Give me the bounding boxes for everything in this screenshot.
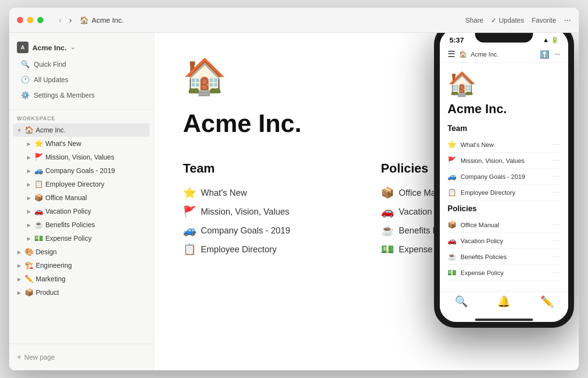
list-item-mission[interactable]: 🚩 Mission, Vision, Values <box>183 203 352 221</box>
phone-list-item-expense[interactable]: 💵 Expense Policy ··· <box>448 265 560 281</box>
clock-icon: 🕐 <box>21 75 30 84</box>
maximize-button[interactable] <box>37 17 43 23</box>
sidebar-item-mission[interactable]: ▶ 🚩 Mission, Vision, Values <box>23 150 150 164</box>
nav-buttons: ‹ › <box>57 15 74 26</box>
traffic-lights <box>17 17 43 23</box>
phone-list-item-vacation[interactable]: 🚗 Vacation Policy ··· <box>448 233 560 249</box>
updates-button[interactable]: ✓ Updates <box>491 16 524 24</box>
phone-nav-title: Acme Inc. <box>471 51 499 58</box>
phone-status-icons: ▲ 🔋 <box>543 36 559 44</box>
minimize-button[interactable] <box>27 17 33 23</box>
titlebar-center: 🏠 Acme Inc. <box>80 16 124 25</box>
chevron-right-icon: ▶ <box>26 168 32 174</box>
main-layout: A Acme Inc. ⌄ 🔍 Quick Find 🕐 All Updates… <box>9 33 579 370</box>
sidebar-top: A Acme Inc. ⌄ 🔍 Quick Find 🕐 All Updates… <box>9 33 154 110</box>
workspace-label: WORKSPACE <box>9 110 154 123</box>
sidebar-bottom: + New page <box>9 344 154 370</box>
more-options-button[interactable]: ··· <box>564 15 571 25</box>
sidebar-item-employee-directory[interactable]: ▶ 📋 Employee Directory <box>23 177 150 191</box>
more-icon[interactable]: ··· <box>554 50 560 58</box>
sidebar-item-quick-find[interactable]: 🔍 Quick Find <box>17 57 146 72</box>
workspace-name[interactable]: A Acme Inc. ⌄ <box>17 39 146 56</box>
phone-list-item-directory[interactable]: 📋 Employee Directory ··· <box>448 185 560 201</box>
sidebar: A Acme Inc. ⌄ 🔍 Quick Find 🕐 All Updates… <box>9 33 154 370</box>
sidebar-item-company-goals[interactable]: ▶ 🚙 Company Goals - 2019 <box>23 164 150 177</box>
phone-list-item-office[interactable]: 📦 Office Manual ··· <box>448 217 560 233</box>
more-dots-icon: ··· <box>553 268 560 277</box>
sidebar-item-whats-new[interactable]: ▶ ⭐ What's New <box>23 137 150 150</box>
sidebar-item-acme-root[interactable]: ▼ 🏠 Acme Inc. <box>13 123 150 137</box>
phone-tab-bar: 🔍 🔔 ✏️ <box>440 291 568 316</box>
phone-bell-tab[interactable]: 🔔 <box>497 295 510 308</box>
sidebar-item-all-updates[interactable]: 🕐 All Updates <box>17 73 146 87</box>
sidebar-tree: ▼ 🏠 Acme Inc. ▶ ⭐ What's New ▶ 🚩 Mission… <box>9 123 154 344</box>
phone-compose-tab[interactable]: ✏️ <box>540 295 553 308</box>
sidebar-item-design[interactable]: ▶ 🎨 Design <box>13 245 150 259</box>
favorite-button[interactable]: Favorite <box>532 16 556 24</box>
sidebar-item-expense[interactable]: ▶ 💵 Expense Policy <box>23 232 150 245</box>
plus-icon: + <box>17 353 21 362</box>
team-column: Team ⭐ What's New 🚩 Mission, Vision, Val… <box>183 161 352 259</box>
sidebar-tree-children: ▶ ⭐ What's New ▶ 🚩 Mission, Vision, Valu… <box>13 137 150 245</box>
share-icon[interactable]: ⬆️ <box>540 50 549 59</box>
more-dots-icon: ··· <box>553 156 560 165</box>
phone-nav-emoji: 🏠 <box>459 51 467 58</box>
chevron-right-icon: ▶ <box>16 276 23 282</box>
chevron-right-icon: ▶ <box>26 222 32 228</box>
box-icon: 📦 <box>448 220 457 229</box>
clipboard-icon: 📋 <box>448 188 457 197</box>
flag-icon: 🚩 <box>183 205 196 218</box>
list-item-goals[interactable]: 🚙 Company Goals - 2019 <box>183 221 352 240</box>
titlebar-actions: Share ✓ Updates Favorite ··· <box>465 15 571 25</box>
chevron-down-icon: ⌄ <box>70 44 75 51</box>
more-dots-icon: ··· <box>553 236 560 245</box>
phone-list-item-whats-new[interactable]: ⭐ What's New ··· <box>448 137 560 153</box>
phone-list-item-mission[interactable]: 🚩 Mission, Vision, Values ··· <box>448 153 560 169</box>
phone-search-tab[interactable]: 🔍 <box>455 295 468 308</box>
chevron-right-icon: ▶ <box>26 155 32 160</box>
back-button[interactable]: ‹ <box>57 15 63 26</box>
sidebar-item-office-manual[interactable]: ▶ 📦 Office Manual <box>23 191 150 204</box>
titlebar: ‹ › 🏠 Acme Inc. Share ✓ Updates Favorite… <box>9 8 579 33</box>
list-item-whats-new[interactable]: ⭐ What's New <box>183 184 352 203</box>
car-icon: 🚙 <box>183 224 196 237</box>
close-button[interactable] <box>17 17 23 23</box>
phone-screen: 5:37 ▲ 🔋 ☰ 🏠 Acme Inc. <box>440 33 568 322</box>
chevron-right-icon: ▶ <box>16 290 23 295</box>
sidebar-item-settings[interactable]: ⚙️ Settings & Members <box>17 88 146 102</box>
chevron-right-icon: ▶ <box>26 141 32 146</box>
chevron-right-icon: ▶ <box>26 236 32 241</box>
phone-policies-title: Policies <box>448 204 560 213</box>
car-icon: 🚙 <box>448 172 457 181</box>
more-dots-icon: ··· <box>553 172 560 181</box>
chevron-right-icon: ▶ <box>16 263 23 268</box>
app-window: ‹ › 🏠 Acme Inc. Share ✓ Updates Favorite… <box>9 8 579 370</box>
phone-navbar: ☰ 🏠 Acme Inc. ⬆️ ··· <box>440 46 568 63</box>
phone-time: 5:37 <box>449 36 464 44</box>
sidebar-item-benefits[interactable]: ▶ ☕ Benefits Policies <box>23 218 150 232</box>
coffee-icon: ☕ <box>381 224 394 237</box>
chevron-right-icon: ▶ <box>16 249 23 255</box>
content-area: 🏠 Acme Inc. Team ⭐ What's New 🚩 Mission,… <box>154 33 579 370</box>
phone-nav-right: ⬆️ ··· <box>540 50 560 59</box>
car2-icon: 🚗 <box>448 236 457 245</box>
sidebar-item-product[interactable]: ▶ 📦 Product <box>13 286 150 299</box>
check-icon: ✓ <box>491 16 497 24</box>
forward-button[interactable]: › <box>67 15 73 26</box>
chevron-right-icon: ▶ <box>26 209 32 214</box>
phone-list-item-benefits[interactable]: ☕ Benefits Policies ··· <box>448 249 560 265</box>
list-item-directory[interactable]: 📋 Employee Directory <box>183 240 352 259</box>
share-button[interactable]: Share <box>465 16 483 24</box>
page-title: Acme Inc. <box>92 16 124 24</box>
hamburger-icon[interactable]: ☰ <box>448 49 455 59</box>
phone-list-item-goals[interactable]: 🚙 Company Goals - 2019 ··· <box>448 169 560 185</box>
star-icon: ⭐ <box>183 187 196 199</box>
phone-mockup: 5:37 ▲ 🔋 ☰ 🏠 Acme Inc. <box>434 33 579 352</box>
more-dots-icon: ··· <box>553 220 560 229</box>
phone-team-title: Team <box>448 124 560 133</box>
sidebar-item-engineering[interactable]: ▶ 🏗️ Engineering <box>13 259 150 272</box>
sidebar-item-marketing[interactable]: ▶ ✏️ Marketing <box>13 272 150 286</box>
gear-icon: ⚙️ <box>21 91 30 100</box>
sidebar-item-vacation-policy[interactable]: ▶ 🚗 Vacation Policy <box>23 204 150 218</box>
new-page-button[interactable]: + New page <box>17 350 55 364</box>
